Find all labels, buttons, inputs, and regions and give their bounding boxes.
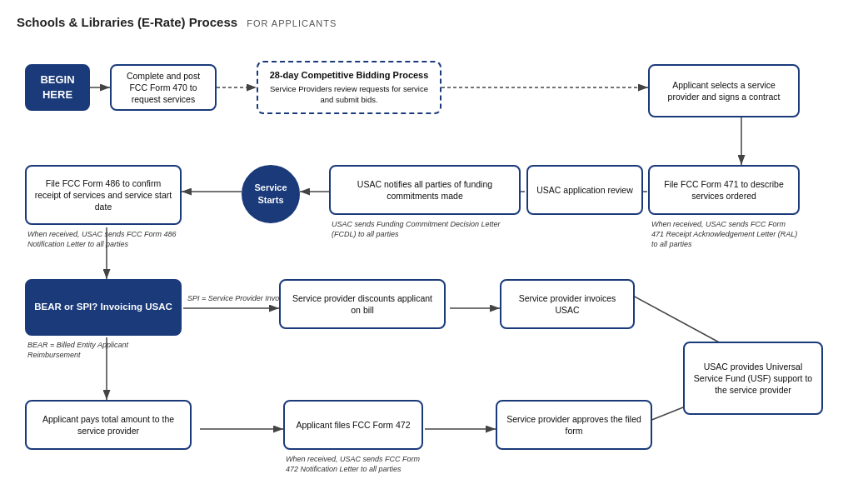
form471-box: File FCC Form 471 to describe services o… xyxy=(648,165,800,215)
bidding-box: 28-day Competitive Bidding Process Servi… xyxy=(257,61,441,114)
applicant-pays-box: Applicant pays total amount to the servi… xyxy=(25,400,192,450)
usac-review-box: USAC application review xyxy=(526,165,643,215)
form486-box: File FCC Form 486 to confirm receipt of … xyxy=(25,165,182,225)
bear-note: BEAR = Billed Entity Applicant Reimburse… xyxy=(27,340,182,360)
form472-box: Applicant files FCC Form 472 xyxy=(283,400,423,450)
form486-note: When received, USAC sends FCC Form 486 N… xyxy=(27,229,182,249)
page-title: Schools & Libraries (E-Rate) Process FOR… xyxy=(17,15,836,29)
discounts-box: Service provider discounts applicant on … xyxy=(279,279,446,329)
usac-notify-note: USAC sends Funding Commitment Decision L… xyxy=(332,219,519,239)
sp-invoices-box: Service provider invoices USAC xyxy=(500,279,635,329)
usac-usf-box: USAC provides Universal Service Fund (US… xyxy=(683,342,823,415)
service-starts-circle: Service Starts xyxy=(242,165,300,223)
form470-box: Complete and post FCC Form 470 to reques… xyxy=(110,64,217,111)
form471-note: When received, USAC sends FCC Form 471 R… xyxy=(651,219,800,249)
applicant-select-box: Applicant selects a service provider and… xyxy=(648,64,800,117)
svg-text:SPI = Service Provider Invoice: SPI = Service Provider Invoice xyxy=(187,294,289,302)
bear-spi-box: BEAR or SPI? Invoicing USAC xyxy=(25,279,182,336)
usac-notify-box: USAC notifies all parties of funding com… xyxy=(329,165,521,215)
form472-note: When received, USAC sends FCC Form 472 N… xyxy=(286,454,423,474)
begin-here-box: BEGIN HERE xyxy=(25,64,90,111)
sp-approves-box: Service provider approves the filed form xyxy=(496,400,652,450)
